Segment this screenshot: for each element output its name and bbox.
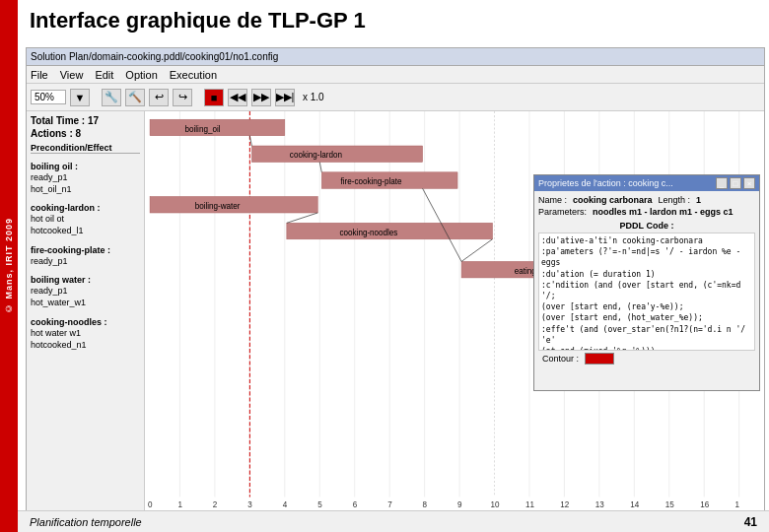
properties-params-row: Parameters: noodles m1 - lardon m1 - egg… [538,207,755,217]
toolbar-hammer-btn[interactable]: 🔨 [125,89,145,106]
menu-option[interactable]: Option [125,69,157,81]
svg-text:8: 8 [423,500,428,509]
action-group-0: boiling oil : ready_p1 hot_oil_n1 [31,162,140,195]
code-line-5: (over [start end, (hot_water_%e)); [541,312,752,323]
toolbar-redo-btn[interactable]: ↪ [173,89,192,106]
window-titlebar: Solution Plan/domain-cooking.pddl/cookin… [27,48,764,66]
length-value: 1 [696,195,701,205]
contour-label: Contour : [542,354,579,364]
action-item-4-1: hotcooked_n1 [31,340,140,352]
window-title-text: Solution Plan/domain-cooking.pddl/cookin… [31,51,278,62]
code-line-6: :effe't (and (over_star'en(?n1?(n='d.i n… [541,324,752,346]
params-label: Parameters: [538,207,587,217]
properties-max-btn[interactable]: □ [730,177,741,189]
length-label: Length : [659,195,691,205]
toolbar-forward-btn[interactable]: ▶▶ [251,89,271,106]
code-line-4: (over [start end, (rea'y-%e)); [541,301,752,312]
action-title-2: fire-cooking-plate : [31,245,140,255]
toolbar-wrench-btn[interactable]: 🔧 [102,89,121,106]
action-item-3-1: hot_water_w1 [31,298,140,309]
properties-name-row: Name : cooking carbonara Length : 1 [538,195,755,205]
svg-text:9: 9 [457,500,462,509]
svg-text:2: 2 [213,500,218,509]
left-sidebar-bar: © Mans, IRIT 2009 [0,0,18,532]
svg-text:14: 14 [630,500,639,509]
main-window: Solution Plan/domain-cooking.pddl/cookin… [26,47,765,518]
svg-text:13: 13 [595,500,604,509]
toolbar-end-btn[interactable]: ▶▶| [275,89,295,106]
svg-text:boiling_oil: boiling_oil [185,125,221,134]
svg-text:11: 11 [525,500,534,509]
properties-body: Name : cooking carbonara Length : 1 Para… [534,191,759,370]
svg-text:10: 10 [490,500,499,509]
name-label: Name : [538,195,567,205]
code-line-1: :pa'ameters (?'=-n'=nd|=s '/ - iardon %e… [541,246,752,268]
action-group-2: fire-cooking-plate : ready_p1 [31,245,140,268]
action-item-1-1: hotcooked_l1 [31,226,140,237]
properties-panel: Proprietes de l'action : cooking c... _ … [533,174,760,391]
action-group-3: boiling water : ready_p1 hot_water_w1 [31,275,140,308]
action-item-1-0: hot oil ot [31,214,140,226]
svg-text:boiling-water: boiling-water [195,202,241,211]
toolbar-undo-btn[interactable]: ↩ [149,89,169,106]
action-item-0-1: hot_oil_n1 [31,184,140,196]
body-area: Total Time : 17 Actions : 8 Precondition… [27,111,764,517]
svg-text:0: 0 [148,500,153,509]
name-value: cooking carbonara [573,195,653,205]
action-item-2-0: ready_p1 [31,256,140,268]
properties-titlebar: Proprietes de l'action : cooking c... _ … [534,175,759,191]
code-line-0: :du'ative-a'ti'n cooking-carbonara [541,235,752,246]
toolbar-stop-btn[interactable]: ■ [204,89,224,106]
properties-close-btn[interactable]: × [743,177,755,189]
menu-view[interactable]: View [60,69,84,81]
action-group-4: cooking-noodles : hot water w1 hotcooked… [31,317,140,351]
bottom-label: Planification temporelle [30,516,142,528]
section-label: Precondition/Effect [31,143,140,154]
action-title-3: boiling water : [31,275,140,285]
action-group-1: cooking-lardon : hot oil ot hotcooked_l1 [31,203,140,236]
pddl-code-area[interactable]: :du'ative-a'ti'n cooking-carbonara :pa'a… [538,233,755,351]
action-item-3-0: ready_p1 [31,286,140,298]
menu-edit[interactable]: Edit [95,69,113,81]
action-item-4-0: hot water w1 [31,328,140,340]
params-value: noodles m1 - lardon m1 - eggs c1 [593,207,734,217]
svg-text:15: 15 [665,500,674,509]
zoom-input[interactable] [31,90,66,104]
actions-label: Actions : 8 [31,128,140,139]
left-panel: Total Time : 17 Actions : 8 Precondition… [27,111,145,517]
properties-title-buttons: _ □ × [716,177,755,189]
svg-text:1: 1 [735,500,740,509]
svg-text:fire-cooking-plate: fire-cooking-plate [341,177,402,186]
svg-text:cooking-noodles: cooking-noodles [340,229,398,237]
contour-color-box [585,353,614,365]
svg-text:cooking-lardon: cooking-lardon [290,151,342,160]
code-line-3: :c'ndition (and (over [start end, (c'=nk… [541,280,752,301]
code-line-2: :du'ation (= duration 1) [541,269,752,280]
action-title-4: cooking-noodles : [31,317,140,327]
toolbar-zoom-factor: x 1.0 [303,92,324,102]
menu-execution[interactable]: Execution [170,69,217,81]
copyright-text: © Mans, IRIT 2009 [4,218,14,313]
svg-text:3: 3 [247,500,252,509]
menu-bar: File View Edit Option Execution [27,66,764,84]
properties-min-btn[interactable]: _ [716,177,728,189]
toolbar-rewind-btn[interactable]: ◀◀ [228,89,247,106]
action-title-1: cooking-lardon : [31,203,140,213]
svg-text:5: 5 [317,500,322,509]
gantt-chart-area[interactable]: boiling_oil cooking-lardon fire-cooking-… [145,111,764,517]
svg-text:6: 6 [353,500,358,509]
svg-text:7: 7 [387,500,392,509]
svg-text:4: 4 [283,500,288,509]
properties-footer: Contour : [538,351,755,366]
action-item-0-0: ready_p1 [31,172,140,184]
toolbar-dropdown-btn[interactable]: ▼ [70,89,90,106]
svg-text:1: 1 [177,500,182,509]
pddl-code-label: PDDL Code : [538,221,755,231]
toolbar: ▼ 🔧 🔨 ↩ ↪ ■ ◀◀ ▶▶ ▶▶| x 1.0 [27,84,764,111]
bottom-page-number: 41 [744,515,757,529]
svg-text:12: 12 [560,500,569,509]
menu-file[interactable]: File [31,69,48,81]
total-time-label: Total Time : 17 [31,115,140,126]
properties-title-text: Proprietes de l'action : cooking c... [538,178,673,188]
page-title: Interface graphique de TLP-GP 1 [18,0,769,39]
